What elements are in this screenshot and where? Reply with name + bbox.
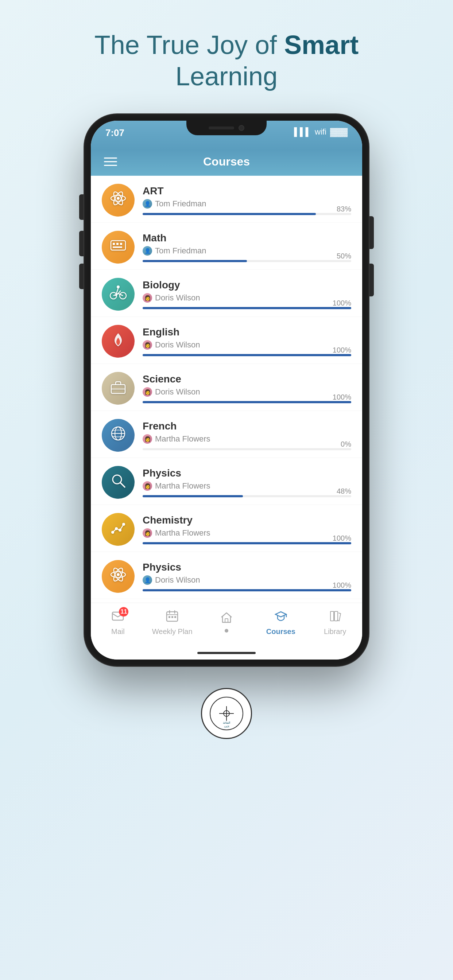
battery-icon: ▓▓▓: [330, 127, 348, 137]
course-info: Physics 👤 Doris Wilson 100%: [143, 562, 351, 591]
course-teacher: 👤 Tom Friedman: [143, 199, 351, 208]
page-title: Courses: [203, 155, 250, 169]
progress-container: 100%: [143, 589, 351, 591]
hero-bold-text: Smart: [284, 30, 359, 59]
svg-text:الأهلية: الأهلية: [224, 725, 230, 728]
course-icon: [102, 513, 135, 546]
progress-bar: [143, 401, 351, 403]
course-icon: [102, 231, 135, 264]
logo-circle: الثقافة الأهلية: [201, 688, 252, 739]
notch-camera: [239, 125, 244, 131]
course-item[interactable]: Science 👩 Doris Wilson 100%: [91, 364, 362, 411]
course-icon: [102, 372, 135, 405]
teacher-name: Doris Wilson: [155, 575, 200, 585]
nav-item-courses[interactable]: Courses: [254, 610, 308, 636]
course-item[interactable]: Physics 👤 Doris Wilson 100%: [91, 552, 362, 599]
progress-percent: 100%: [333, 534, 351, 542]
course-icon: [102, 560, 135, 593]
course-info: French 👩 Martha Flowers 0%: [143, 420, 351, 450]
bottom-nav: 11 Mail Weekly Plan: [91, 603, 362, 646]
teacher-avatar: 👩: [143, 528, 152, 538]
course-item[interactable]: English 👩 Doris Wilson 100%: [91, 317, 362, 364]
svg-rect-7: [120, 243, 122, 245]
teacher-name: Martha Flowers: [155, 481, 211, 491]
nav-icon-3: [274, 610, 287, 625]
nav-icon-2: [220, 611, 233, 627]
progress-percent: 83%: [337, 205, 351, 213]
course-name: Physics: [143, 468, 351, 479]
course-teacher: 👤 Doris Wilson: [143, 575, 351, 585]
phone-frame: 7:07 ▌▌▌ wifi ▓▓▓ Courses: [84, 114, 369, 666]
course-name: ART: [143, 185, 351, 197]
teacher-avatar: 👩: [143, 340, 152, 350]
progress-container: 83%: [143, 213, 351, 215]
phone-wrapper: 7:07 ▌▌▌ wifi ▓▓▓ Courses: [84, 114, 369, 666]
teacher-avatar: 👤: [143, 575, 152, 585]
teacher-name: Doris Wilson: [155, 340, 200, 350]
course-teacher: 👩 Martha Flowers: [143, 528, 351, 538]
teacher-name: Martha Flowers: [155, 434, 211, 444]
nav-item-mail[interactable]: 11 Mail: [91, 610, 145, 636]
bottom-logo: الثقافة الأهلية: [201, 688, 252, 739]
svg-rect-8: [113, 247, 122, 248]
course-icon: [102, 184, 135, 216]
course-info: Math 👤 Tom Friedman 50%: [143, 232, 351, 262]
course-item[interactable]: Chemistry 👩 Martha Flowers 100%: [91, 505, 362, 552]
nav-icon-1: [166, 610, 179, 625]
course-item[interactable]: French 👩 Martha Flowers 0%: [91, 411, 362, 458]
courses-list: ART 👤 Tom Friedman 83% Math: [91, 176, 362, 603]
progress-percent: 0%: [341, 440, 351, 449]
wifi-icon: wifi: [315, 127, 327, 137]
svg-rect-39: [335, 611, 338, 621]
course-icon: [102, 466, 135, 499]
progress-percent: 100%: [333, 393, 351, 401]
home-bar: [197, 652, 256, 654]
svg-rect-33: [171, 616, 173, 618]
notch: [187, 121, 266, 135]
course-item[interactable]: Math 👤 Tom Friedman 50%: [91, 223, 362, 270]
home-indicator: [91, 646, 362, 660]
teacher-avatar: 👩: [143, 481, 152, 491]
course-name: Physics: [143, 562, 351, 573]
course-icon: [102, 325, 135, 358]
course-teacher: 👤 Tom Friedman: [143, 246, 351, 256]
progress-bar: [143, 354, 351, 356]
course-teacher: 👩 Doris Wilson: [143, 387, 351, 397]
notch-speaker: [209, 127, 234, 129]
course-name: Math: [143, 232, 351, 244]
course-name: English: [143, 326, 351, 338]
teacher-avatar: 👩: [143, 387, 152, 397]
menu-button[interactable]: [104, 158, 117, 166]
progress-container: 100%: [143, 307, 351, 309]
progress-container: 100%: [143, 354, 351, 356]
course-info: Science 👩 Doris Wilson 100%: [143, 373, 351, 403]
teacher-name: Doris Wilson: [155, 387, 200, 397]
course-info: Biology 👩 Doris Wilson 100%: [143, 279, 351, 309]
course-name: French: [143, 420, 351, 432]
progress-container: 48%: [143, 495, 351, 497]
progress-percent: 100%: [333, 581, 351, 590]
progress-percent: 48%: [337, 487, 351, 495]
progress-bar: [143, 542, 351, 544]
nav-badge: 11: [119, 607, 128, 617]
teacher-avatar: 👤: [143, 199, 152, 208]
course-teacher: 👩 Martha Flowers: [143, 481, 351, 491]
svg-rect-4: [111, 240, 126, 250]
nav-icon-4: [329, 610, 341, 625]
progress-container: 50%: [143, 260, 351, 262]
teacher-name: Doris Wilson: [155, 293, 200, 302]
progress-bar: [143, 495, 243, 497]
course-item[interactable]: ART 👤 Tom Friedman 83%: [91, 176, 362, 223]
svg-rect-35: [225, 619, 228, 622]
course-teacher: 👩 Martha Flowers: [143, 434, 351, 444]
home-dot: [225, 629, 228, 633]
progress-bar: [143, 260, 247, 262]
nav-item-home[interactable]: [199, 611, 254, 634]
nav-item-library[interactable]: Library: [308, 610, 362, 636]
course-name: Science: [143, 373, 351, 385]
course-item[interactable]: Biology 👩 Doris Wilson 100%: [91, 270, 362, 317]
nav-item-weekly-plan[interactable]: Weekly Plan: [145, 610, 199, 636]
course-info: Chemistry 👩 Martha Flowers 100%: [143, 514, 351, 544]
hero-title-text: The True Joy of: [94, 30, 284, 59]
course-item[interactable]: Physics 👩 Martha Flowers 48%: [91, 458, 362, 505]
